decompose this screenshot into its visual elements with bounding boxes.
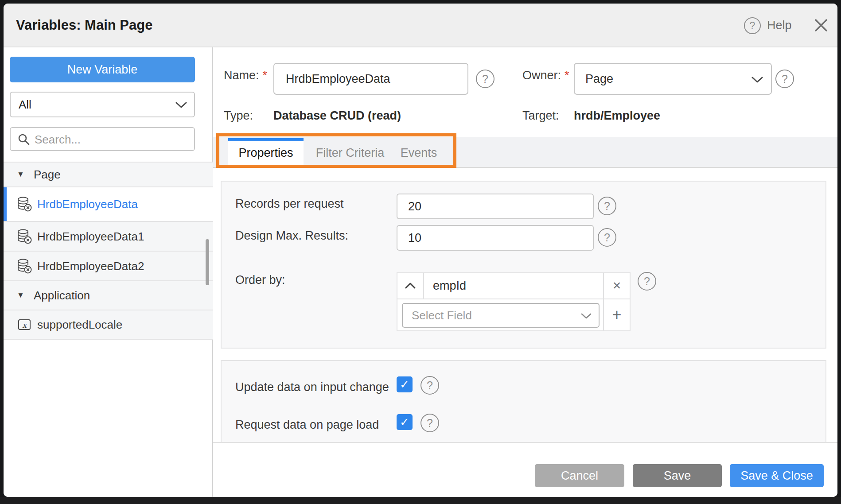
chevron-down-icon — [581, 313, 592, 319]
request-on-load-label: Request data on page load — [235, 418, 379, 432]
variables-list: ▼ Page HrdbEmployeeData — [4, 162, 213, 340]
help-link[interactable]: Help — [767, 19, 792, 32]
sidebar-group-page[interactable]: ▼ Page — [4, 163, 213, 187]
tab-events[interactable]: Events — [388, 138, 450, 168]
records-per-request-label: Records per request — [235, 197, 344, 211]
required-marker: * — [561, 69, 569, 82]
divider — [397, 299, 630, 299]
sidebar-scrollbar[interactable] — [206, 239, 209, 285]
background-page-strip — [0, 497, 841, 504]
variable-icon: x — [16, 316, 33, 333]
sidebar-item-hrdbemployeedata[interactable]: HrdbEmployeeData — [4, 187, 213, 222]
name-input[interactable] — [273, 63, 468, 95]
dialog-title: Variables: Main Page — [16, 4, 152, 47]
type-value: Database CRUD (read) — [273, 109, 401, 123]
sort-direction-button[interactable] — [397, 273, 423, 299]
search-box — [10, 127, 195, 151]
sidebar-group-application[interactable]: ▼ Application — [4, 281, 213, 310]
save-and-close-button[interactable]: Save & Close — [730, 464, 824, 487]
name-help-icon[interactable]: ? — [476, 70, 494, 88]
variable-filter-select[interactable]: All — [10, 92, 195, 117]
records-per-request-input[interactable] — [397, 194, 594, 219]
close-button[interactable] — [814, 18, 829, 33]
owner-value: Page — [585, 64, 613, 94]
request-on-load-checkbox[interactable]: ✓ — [397, 414, 413, 430]
svg-text:x: x — [22, 321, 27, 330]
divider — [423, 273, 424, 299]
order-by-label: Order by: — [235, 273, 285, 287]
selection-indicator — [4, 187, 7, 221]
design-max-results-label: Design Max. Results: — [235, 229, 348, 243]
tab-properties[interactable]: Properties — [228, 138, 304, 168]
sidebar-item-supportedlocale[interactable]: x supportedLocale — [4, 310, 213, 340]
dialog-header: Variables: Main Page ? Help — [4, 4, 837, 47]
database-read-icon — [16, 228, 33, 245]
records-help-icon[interactable]: ? — [598, 197, 616, 215]
chevron-up-icon — [405, 282, 416, 289]
new-variable-button[interactable]: New Variable — [10, 57, 195, 82]
chevron-down-icon — [175, 101, 187, 109]
cancel-button[interactable]: Cancel — [535, 464, 624, 487]
owner-help-icon[interactable]: ? — [775, 70, 794, 88]
name-label: Name:* — [224, 69, 267, 82]
active-tab-indicator — [228, 138, 304, 141]
chevron-down-icon — [751, 76, 763, 83]
type-label: Type: — [224, 109, 253, 123]
sidebar-item-hrdbemployeedata2[interactable]: HrdbEmployeeData2 — [4, 252, 213, 281]
owner-select[interactable]: Page — [574, 63, 772, 95]
design-max-results-input[interactable] — [397, 225, 594, 251]
search-icon — [18, 133, 30, 146]
close-icon — [814, 18, 829, 33]
update-on-input-checkbox[interactable]: ✓ — [397, 376, 413, 392]
help-icon[interactable]: ? — [744, 17, 761, 34]
variables-dialog: Variables: Main Page ? Help New Variable… — [4, 4, 837, 497]
target-value: hrdb/Employee — [574, 109, 660, 123]
select-field-placeholder: Select Field — [412, 304, 472, 327]
update-on-input-label: Update data on input change — [235, 380, 389, 394]
tab-filter-criteria[interactable]: Filter Criteria — [312, 138, 388, 168]
collapse-triangle-icon: ▼ — [17, 291, 24, 300]
select-field-dropdown[interactable]: Select Field — [402, 303, 600, 328]
add-sort-field-button[interactable]: + — [604, 299, 630, 331]
design-help-icon[interactable]: ? — [598, 228, 616, 247]
request-on-load-help-icon[interactable]: ? — [420, 414, 439, 432]
database-read-icon — [16, 196, 33, 213]
search-input[interactable] — [34, 129, 186, 150]
remove-sort-field-button[interactable]: × — [604, 273, 630, 299]
save-button[interactable]: Save — [633, 464, 722, 487]
required-marker: * — [259, 69, 268, 82]
order-by-group: empId × Select Field + — [397, 272, 631, 331]
variable-filter-value: All — [19, 93, 31, 116]
variables-sidebar: New Variable All ▼ Page — [4, 47, 213, 497]
sidebar-item-hrdbemployeedata1[interactable]: HrdbEmployeeData1 — [4, 222, 213, 252]
tab-bar — [213, 137, 837, 168]
database-read-icon — [16, 258, 33, 275]
order-by-help-icon[interactable]: ? — [638, 272, 656, 291]
collapse-triangle-icon: ▼ — [17, 170, 24, 179]
owner-label: Owner:* — [522, 69, 569, 82]
target-label: Target: — [522, 109, 559, 123]
update-on-input-help-icon[interactable]: ? — [420, 376, 439, 395]
order-by-field-value[interactable]: empId — [433, 273, 466, 299]
